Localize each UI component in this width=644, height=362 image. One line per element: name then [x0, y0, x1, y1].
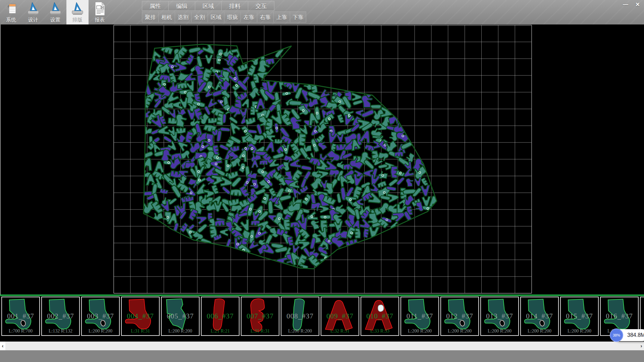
tab-edit[interactable]: 编辑	[168, 1, 195, 11]
minimize-button[interactable]: —	[621, 1, 630, 8]
piece-thumbnail[interactable]: 004_#37 L:31 R:31	[121, 297, 160, 336]
tool-cut-all-button[interactable]: 全割	[191, 11, 208, 22]
memory-size-label: 384.8M	[627, 329, 644, 341]
piece-name: 005_#37	[162, 312, 199, 320]
nesting-icon	[70, 1, 85, 16]
tab-interactive[interactable]: 交互	[248, 1, 274, 11]
piece-size-label: L:32 R:31	[321, 328, 359, 334]
mode-label: 排版	[72, 16, 83, 23]
app-window: 系统 设计	[0, 0, 644, 362]
scroll-left-button[interactable]: ‹	[0, 342, 5, 350]
piece-size-label: L:200 R:200	[82, 328, 119, 334]
mode-label: 报表	[95, 16, 105, 23]
report-icon	[92, 1, 107, 16]
piece-size-label: L:31 R:31	[241, 328, 279, 334]
piece-size-label: L:200 R:200	[441, 328, 478, 334]
piece-name: 016_#37	[601, 312, 638, 320]
nesting-drawing	[1, 24, 644, 295]
tool-camera-button[interactable]: 相机	[158, 11, 175, 22]
piece-name: 008_#37	[281, 312, 319, 320]
piece-thumbnail[interactable]: 010_#37 L:33 R:33	[361, 297, 399, 336]
horizontal-scrollbar[interactable]: ‹ ›	[0, 342, 644, 350]
piece-size-label: L:200 R:200	[521, 328, 558, 334]
piece-thumbnail[interactable]: 012_#37 L:200 R:200	[440, 297, 479, 336]
piece-name: 007_#37	[241, 312, 279, 320]
mode-settings-button[interactable]: 设置	[44, 0, 66, 24]
memory-usage-badge[interactable]: 38% 384.8M	[614, 329, 644, 341]
piece-name: 014_#37	[521, 312, 558, 320]
mode-nesting-button[interactable]: 排版	[66, 0, 89, 24]
tool-select-cut-button[interactable]: 选割	[175, 11, 191, 22]
piece-name: 009_#37	[321, 312, 359, 320]
cpu-percent-badge: 38%	[610, 328, 623, 342]
scroll-right-button[interactable]: ›	[639, 342, 644, 350]
strip-divider-line	[0, 295, 644, 296]
mode-design-button[interactable]: 设计	[22, 0, 44, 24]
mode-report-button[interactable]: 报表	[89, 0, 111, 24]
menu-tab-bar: 属性 编辑 区域 排料 交互	[142, 1, 306, 11]
piece-size-label: L:21 R:21	[202, 328, 239, 334]
system-icon	[4, 1, 18, 16]
piece-name: 004_#37	[122, 312, 159, 320]
nesting-canvas[interactable]	[0, 24, 644, 295]
piece-size-label: L:700 R:700	[2, 328, 39, 334]
piece-thumbnail[interactable]: 005_#37 L:200 R:200	[161, 297, 200, 336]
piece-size-label: L:33 R:33	[361, 328, 398, 334]
menu-area: 属性 编辑 区域 排料 交互 聚排 相机 选割 全割 区域 瑕疵 左靠 右靠 上…	[142, 0, 306, 22]
mode-label: 设计	[28, 16, 38, 23]
tab-region[interactable]: 区域	[195, 1, 221, 11]
piece-size-label: L:200 R:200	[162, 328, 199, 334]
tab-nesting[interactable]: 排料	[221, 1, 248, 11]
tool-button-bar: 聚排 相机 选割 全割 区域 瑕疵 左靠 右靠 上靠 下靠	[142, 11, 306, 22]
piece-thumbnail[interactable]: 014_#37 L:200 R:200	[520, 297, 559, 336]
tab-properties[interactable]: 属性	[142, 1, 168, 11]
piece-thumbnail[interactable]: 008_#37 L:200 R:200	[281, 297, 319, 336]
piece-size-label: L:132 R:132	[42, 328, 79, 334]
tool-cluster-nest-button[interactable]: 聚排	[142, 11, 158, 22]
mode-system-button[interactable]: 系统	[0, 0, 22, 24]
piece-name: 012_#37	[441, 312, 478, 320]
tool-align-left-button[interactable]: 左靠	[240, 11, 257, 22]
piece-thumbnail[interactable]: 009_#37 L:32 R:31	[321, 297, 359, 336]
piece-thumbnail[interactable]: 002_#37 L:132 R:132	[41, 297, 80, 336]
piece-name: 006_#37	[202, 312, 239, 320]
piece-thumbnail[interactable]: 013_#37 L:200 R:200	[480, 297, 519, 336]
piece-name: 011_#37	[401, 312, 438, 320]
pieces-strip: 001_#37 L:700 R:700 002_#37 L:132 R:132 …	[0, 295, 644, 342]
close-button[interactable]: ✕	[633, 1, 642, 8]
mode-label: 系统	[6, 16, 16, 23]
piece-size-label: L:31 R:31	[122, 328, 159, 334]
tool-align-top-button[interactable]: 上靠	[273, 11, 290, 22]
piece-thumbnail[interactable]: 011_#37 L:200 R:200	[400, 297, 439, 336]
strip-divider-shadow	[0, 296, 644, 296]
tool-align-right-button[interactable]: 右靠	[257, 11, 273, 22]
piece-thumbnail[interactable]: 006_#37 L:21 R:21	[201, 297, 239, 336]
piece-name: 013_#37	[481, 312, 518, 320]
piece-size-label: L:200 R:200	[561, 328, 598, 334]
piece-name: 015_#37	[561, 312, 598, 320]
piece-name: 010_#37	[361, 312, 398, 320]
piece-size-label: L:200 R:200	[281, 328, 319, 334]
tool-align-bottom-button[interactable]: 下靠	[290, 11, 306, 22]
piece-size-label: L:200 R:200	[401, 328, 438, 334]
piece-name: 001_#37	[2, 312, 39, 320]
piece-thumbnail-list: 001_#37 L:700 R:700 002_#37 L:132 R:132 …	[0, 297, 644, 336]
tool-defect-button[interactable]: 瑕疵	[224, 11, 240, 22]
mode-label: 设置	[50, 16, 60, 23]
piece-thumbnail[interactable]: 007_#37 L:31 R:31	[241, 297, 279, 336]
piece-name: 003_#37	[82, 312, 119, 320]
top-toolbar: 系统 设计	[0, 0, 644, 24]
piece-thumbnail[interactable]: 015_#37 L:200 R:200	[560, 297, 599, 336]
piece-size-label: L:200 R:200	[481, 328, 518, 334]
piece-name: 002_#37	[42, 312, 79, 320]
status-bar	[0, 350, 644, 362]
tool-region-button[interactable]: 区域	[208, 11, 224, 22]
window-controls: — ✕	[621, 1, 642, 8]
piece-thumbnail[interactable]: 001_#37 L:700 R:700	[1, 297, 40, 336]
piece-thumbnail[interactable]: 003_#37 L:200 R:200	[81, 297, 120, 336]
design-icon	[26, 1, 41, 16]
settings-icon	[48, 1, 63, 16]
app-mode-bar: 系统 设计	[0, 0, 111, 24]
